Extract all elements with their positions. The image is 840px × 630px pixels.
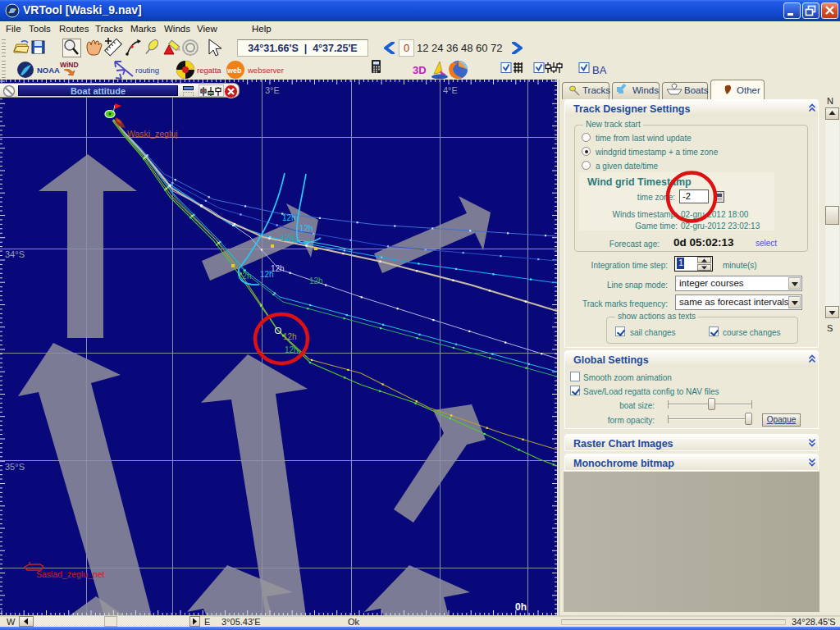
- svg-text:Other: Other: [737, 85, 760, 95]
- svg-text:12h: 12h: [282, 213, 296, 222]
- svg-text:12h: 12h: [281, 234, 294, 243]
- svg-text:34°S: 34°S: [5, 249, 25, 259]
- svg-text:4°E: 4°E: [443, 85, 458, 95]
- svg-text:Winds: Winds: [632, 85, 659, 95]
- svg-text:Waski_zegluj: Waski_zegluj: [127, 129, 177, 139]
- svg-text:WiND: WiND: [60, 61, 79, 69]
- svg-text:3D: 3D: [413, 64, 427, 76]
- svg-text:Sasiad_zeglu_net: Sasiad_zeglu_net: [36, 569, 105, 579]
- svg-text:NOAA: NOAA: [37, 66, 60, 75]
- svg-text:webserver: webserver: [247, 66, 284, 75]
- svg-text:regatta: regatta: [197, 66, 221, 75]
- svg-text:3°E: 3°E: [265, 85, 280, 95]
- svg-text:12h: 12h: [309, 276, 323, 285]
- svg-text:0h: 0h: [515, 601, 527, 613]
- svg-text:web: web: [226, 66, 242, 75]
- svg-text:BA: BA: [592, 64, 607, 76]
- svg-text:Boats: Boats: [684, 85, 709, 95]
- svg-text:12h: 12h: [285, 345, 299, 354]
- svg-text:12h: 12h: [238, 272, 252, 281]
- svg-text:routing: routing: [135, 66, 159, 75]
- svg-text:Tracks: Tracks: [582, 85, 610, 95]
- svg-text:12h: 12h: [299, 224, 313, 233]
- svg-text:12h: 12h: [260, 270, 274, 279]
- svg-text:35°S: 35°S: [5, 462, 25, 472]
- svg-text:12h: 12h: [283, 332, 297, 341]
